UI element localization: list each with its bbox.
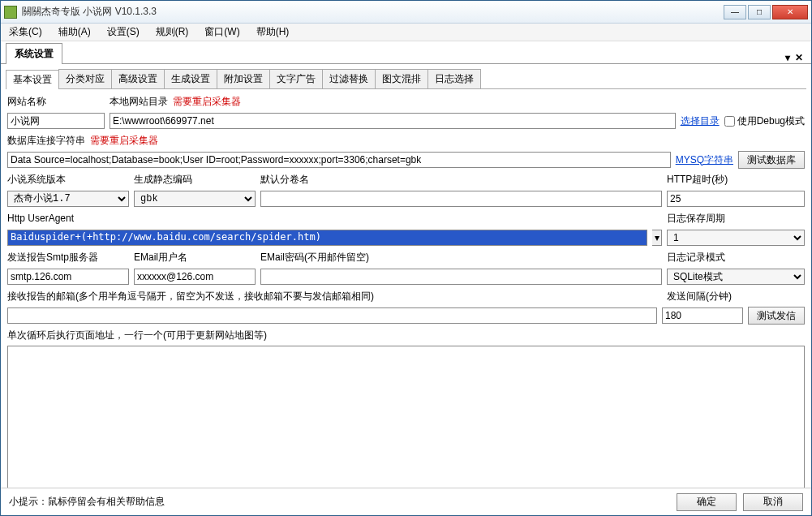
subtab-advanced[interactable]: 高级设置 xyxy=(111,69,165,88)
http-timeout-input[interactable] xyxy=(667,191,805,207)
main-tabstrip: 系统设置 ▾ ✕ xyxy=(1,43,811,64)
site-name-input[interactable] xyxy=(7,113,105,129)
label-http-timeout: HTTP超时(秒) xyxy=(667,173,805,187)
label-sys-ver: 小说系统版本 xyxy=(7,173,129,187)
subtab-addon[interactable]: 附加设置 xyxy=(217,69,270,88)
settings-form: 网站名称 本地网站目录 需要重启采集器 选择目录 xyxy=(6,89,806,488)
label-send-interval: 发送间隔(分钟) xyxy=(667,290,732,302)
test-db-button[interactable]: 测试数据库 xyxy=(738,151,805,169)
send-interval-input[interactable] xyxy=(662,307,743,324)
label-smtp: 发送报告Smtp服务器 xyxy=(7,251,129,264)
debug-mode-checkbox[interactable]: 使用Debug模式 xyxy=(724,114,805,128)
content-panel: 基本设置 分类对应 高级设置 生成设置 附加设置 文字广告 过滤替换 图文混排 … xyxy=(1,64,811,488)
mysql-string-link[interactable]: MYSQ字符串 xyxy=(676,153,733,167)
sys-ver-select[interactable]: 杰奇小说1.7 xyxy=(7,191,129,207)
loop-url-textarea[interactable] xyxy=(7,346,805,488)
label-restart2: 需要重启采集器 xyxy=(90,134,158,148)
user-agent-input[interactable]: Baiduspider+(+http://www.baidu.com/searc… xyxy=(7,230,647,246)
label-user-agent: Http UserAgent xyxy=(7,213,74,224)
gen-enc-select[interactable]: gbk xyxy=(134,191,256,207)
label-loop-url: 单次循环后执行页面地址，一行一个(可用于更新网站地图等) xyxy=(7,329,267,342)
label-email-pass: EMail密码(不用邮件留空) xyxy=(260,251,662,264)
menu-collect[interactable]: 采集(C) xyxy=(6,24,45,41)
label-site-name: 网站名称 xyxy=(7,95,105,109)
tab-system-settings[interactable]: 系统设置 xyxy=(6,43,62,64)
debug-mode-label: 使用Debug模式 xyxy=(737,114,805,128)
subtab-filter[interactable]: 过滤替换 xyxy=(322,69,376,88)
label-restart1: 需要重启采集器 xyxy=(173,95,241,109)
titlebar: 關關杰奇专版 小说网 V10.1.3.3 — □ ✕ xyxy=(1,1,811,24)
label-db-conn: 数据库连接字符串 xyxy=(7,134,85,148)
debug-mode-input[interactable] xyxy=(724,116,735,127)
hint-text: 小提示：鼠标停留会有相关帮助信息 xyxy=(9,495,670,509)
menu-rules[interactable]: 规则(R) xyxy=(153,24,192,41)
maximize-button[interactable]: □ xyxy=(748,5,771,19)
menu-help[interactable]: 帮助(H) xyxy=(253,24,293,41)
sub-tabstrip: 基本设置 分类对应 高级设置 生成设置 附加设置 文字广告 过滤替换 图文混排 … xyxy=(6,69,806,89)
subtab-log[interactable]: 日志选择 xyxy=(427,69,481,88)
subtab-category[interactable]: 分类对应 xyxy=(58,69,112,88)
subtab-generate[interactable]: 生成设置 xyxy=(164,69,217,88)
app-window: 關關杰奇专版 小说网 V10.1.3.3 — □ ✕ 采集(C) 辅助(A) 设… xyxy=(0,0,812,516)
menu-window[interactable]: 窗口(W) xyxy=(201,24,243,41)
label-gen-enc: 生成静态编码 xyxy=(134,173,256,187)
bottom-bar: 小提示：鼠标停留会有相关帮助信息 确定 取消 xyxy=(1,488,811,515)
window-buttons: — □ ✕ xyxy=(724,5,808,19)
label-log-keep: 日志保存周期 xyxy=(667,213,725,224)
label-local-dir: 本地网站目录 xyxy=(110,95,168,109)
cancel-button[interactable]: 取消 xyxy=(743,493,803,511)
tab-tools: ▾ ✕ xyxy=(785,52,806,63)
window-title: 關關杰奇专版 小说网 V10.1.3.3 xyxy=(22,5,724,19)
menu-bar: 采集(C) 辅助(A) 设置(S) 规则(R) 窗口(W) 帮助(H) xyxy=(1,24,811,41)
tab-menu-icon[interactable]: ▾ xyxy=(785,52,790,63)
tab-close-icon[interactable]: ✕ xyxy=(795,52,803,63)
label-email-user: EMail用户名 xyxy=(134,251,256,264)
close-button[interactable]: ✕ xyxy=(772,5,808,19)
label-recv-mail: 接收报告的邮箱(多个用半角逗号隔开，留空为不发送，接收邮箱不要与发信邮箱相同) xyxy=(7,290,374,302)
label-log-mode: 日志记录模式 xyxy=(667,251,805,264)
def-vol-input[interactable] xyxy=(260,191,662,207)
subtab-textad[interactable]: 文字广告 xyxy=(269,69,323,88)
recv-mail-input[interactable] xyxy=(7,307,657,324)
local-dir-input[interactable] xyxy=(110,113,676,129)
log-mode-select[interactable]: SQLite模式 xyxy=(667,269,805,285)
smtp-input[interactable] xyxy=(7,269,129,285)
menu-assist[interactable]: 辅助(A) xyxy=(55,24,94,41)
subtab-basic[interactable]: 基本设置 xyxy=(6,70,59,89)
email-user-input[interactable] xyxy=(134,269,256,285)
ok-button[interactable]: 确定 xyxy=(677,493,737,511)
app-icon xyxy=(4,6,17,19)
email-pass-input[interactable] xyxy=(260,269,662,285)
select-dir-link[interactable]: 选择目录 xyxy=(681,114,720,128)
menu-settings[interactable]: 设置(S) xyxy=(104,24,143,41)
minimize-button[interactable]: — xyxy=(724,5,746,19)
user-agent-dropdown-icon[interactable]: ▾ xyxy=(652,230,662,246)
db-conn-input[interactable] xyxy=(7,152,671,168)
subtab-imagetext[interactable]: 图文混排 xyxy=(375,69,428,88)
label-def-vol: 默认分卷名 xyxy=(260,173,662,187)
test-send-button[interactable]: 测试发信 xyxy=(748,307,805,325)
log-keep-select[interactable]: 1 xyxy=(667,230,805,246)
